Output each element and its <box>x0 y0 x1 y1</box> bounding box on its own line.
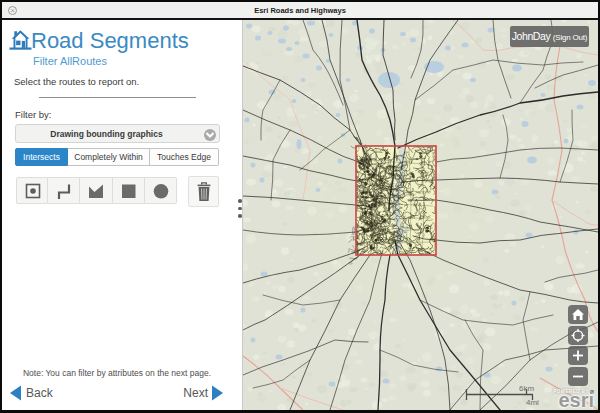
svg-text:6km: 6km <box>519 384 534 393</box>
svg-text:4mi: 4mi <box>526 398 539 407</box>
